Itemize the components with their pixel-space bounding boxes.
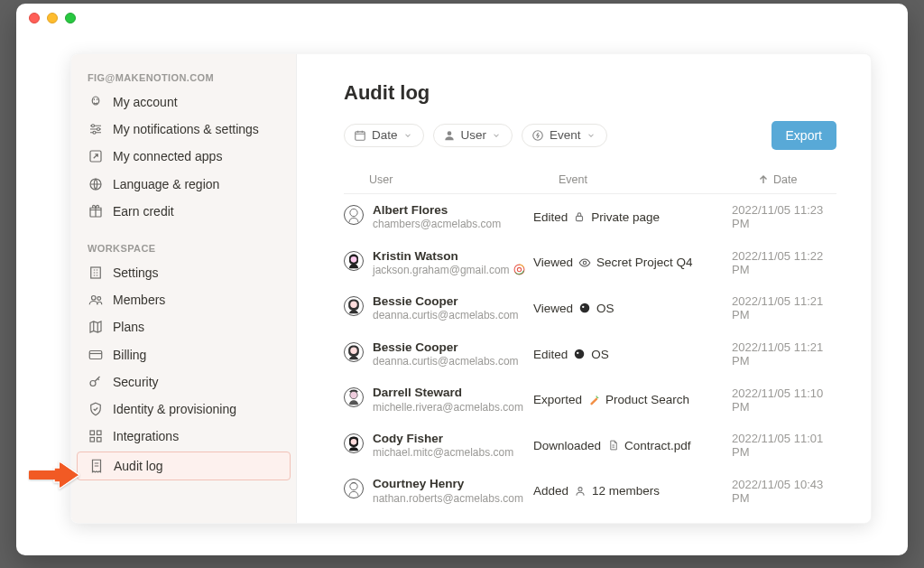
sidebar-item-members[interactable]: Members	[71, 286, 296, 313]
user-name: Cody Fisher	[373, 432, 513, 446]
user-cell: Darrell Steward michelle.rivera@acmelabs…	[344, 386, 533, 414]
event-verb: Edited	[533, 210, 568, 224]
chevron-down-icon	[492, 131, 501, 140]
event-verb: Exported	[533, 393, 582, 406]
chevron-down-icon	[587, 131, 596, 140]
table-row[interactable]: Cody Fisher michael.mitc@acmelabs.com Do…	[344, 423, 836, 469]
date-cell: 2022/11/05 11:23 PM	[732, 203, 836, 230]
sidebar-item-label: Earn credit	[113, 203, 174, 219]
traffic-lights	[29, 13, 76, 23]
avatar	[344, 342, 364, 362]
event-cell: Viewed OS	[533, 302, 732, 315]
close-dot[interactable]	[29, 13, 40, 23]
user-email: michelle.rivera@acmelabs.com	[373, 401, 523, 414]
avatar	[344, 205, 364, 225]
svg-point-26	[580, 303, 590, 313]
table-row[interactable]: Albert Flores chambers@acmelabs.com Edit…	[344, 194, 836, 240]
sidebar-item-security[interactable]: Security	[71, 368, 296, 396]
svg-rect-14	[90, 438, 95, 442]
sidebar-item-integrations[interactable]: Integrations	[71, 423, 296, 450]
user-name: Courtney Henry	[373, 477, 523, 491]
table-row[interactable]: Bessie Cooper deanna.curtis@acmelabs.com…	[344, 285, 836, 331]
page-title: Audit log	[344, 81, 836, 105]
filter-user[interactable]: User	[433, 124, 513, 147]
map-icon	[88, 319, 104, 335]
svg-point-21	[351, 256, 357, 263]
sidebar-item-earn-credit[interactable]: Earn credit	[71, 198, 296, 225]
zoom-dot[interactable]	[65, 13, 76, 23]
event-target: Contract.pdf	[624, 439, 691, 452]
sidebar-item-label: Members	[113, 292, 165, 308]
svg-point-17	[447, 131, 451, 135]
section-title: WORKSPACE	[71, 236, 296, 259]
blackdot-icon	[578, 302, 591, 314]
sidebar-item-plans[interactable]: Plans	[71, 313, 296, 340]
people-icon	[88, 292, 104, 308]
building-icon	[88, 265, 104, 281]
column-date-label: Date	[773, 173, 797, 186]
column-user[interactable]: User	[369, 173, 559, 186]
event-cell: Exported Product Search	[533, 393, 732, 406]
sidebar-item-identity-provisioning[interactable]: Identity & provisioning	[71, 396, 296, 423]
user-email: jackson.graham@gmail.com	[373, 264, 526, 276]
card-icon	[88, 347, 104, 363]
svg-point-25	[350, 302, 357, 309]
event-target: Private page	[591, 210, 660, 224]
grid-icon	[88, 428, 104, 444]
svg-point-1	[92, 125, 95, 127]
event-cell: Edited Private page	[533, 210, 732, 224]
google-icon	[513, 264, 526, 276]
table-row[interactable]: Bessie Cooper deanna.curtis@acmelabs.com…	[344, 331, 836, 377]
table-row[interactable]: Kristin Watson jackson.graham@gmail.com …	[344, 240, 836, 286]
svg-point-19	[350, 209, 357, 216]
user-email: deanna.curtis@acmelabs.com	[373, 355, 519, 368]
event-cell: Viewed Secret Project Q4	[533, 256, 732, 269]
calendar-icon	[354, 129, 366, 142]
table-row[interactable]: Darrell Steward michelle.rivera@acmelabs…	[344, 377, 836, 423]
user-email: deanna.curtis@acmelabs.com	[373, 309, 519, 321]
sidebar-item-my-connected-apps[interactable]: My connected apps	[71, 143, 296, 170]
eye-icon	[578, 256, 591, 269]
column-date[interactable]: Date	[757, 173, 836, 186]
user-email: michael.mitc@acmelabs.com	[373, 446, 513, 459]
user-cell: Bessie Cooper deanna.curtis@acmelabs.com	[344, 294, 533, 322]
svg-point-34	[578, 487, 582, 490]
table-row[interactable]: Courtney Henry nathan.roberts@acmelabs.c…	[344, 468, 836, 514]
sidebar-item-my-account[interactable]: My account	[71, 88, 296, 116]
event-cell: Added 12 members	[533, 484, 732, 498]
user-name: Kristin Watson	[373, 249, 526, 264]
user-cell: Kristin Watson jackson.graham@gmail.com	[344, 249, 533, 277]
export-button[interactable]: Export	[772, 121, 836, 150]
sidebar-item-audit-log[interactable]: Audit log	[77, 452, 291, 480]
sidebar-item-label: Language & region	[113, 176, 219, 192]
sidebar-item-settings[interactable]: Settings	[71, 259, 296, 286]
event-target: Secret Project Q4	[596, 256, 693, 269]
sidebar-item-language-region[interactable]: Language & region	[71, 171, 296, 198]
svg-point-11	[90, 380, 96, 386]
svg-point-33	[350, 483, 357, 490]
sidebar-item-billing[interactable]: Billing	[71, 341, 296, 368]
key-icon	[88, 374, 104, 390]
filter-event[interactable]: Event	[522, 124, 607, 147]
shield-icon	[88, 401, 104, 417]
date-cell: 2022/11/05 10:43 PM	[732, 478, 836, 505]
chevron-down-icon	[403, 131, 412, 140]
user-name: Albert Flores	[373, 203, 501, 218]
minimize-dot[interactable]	[47, 13, 58, 23]
event-cell: Edited OS	[533, 348, 732, 361]
svg-point-8	[92, 296, 97, 301]
external-icon	[88, 148, 104, 164]
sidebar-item-label: Integrations	[113, 428, 179, 444]
user-email: chambers@acmelabs.com	[373, 218, 501, 230]
svg-point-29	[575, 349, 585, 359]
svg-point-2	[97, 128, 100, 131]
sidebar-item-my-notifications-settings[interactable]: My notifications & settings	[71, 116, 296, 143]
filter-date[interactable]: Date	[344, 124, 424, 147]
svg-point-23	[517, 268, 521, 272]
date-cell: 2022/11/05 11:10 PM	[732, 386, 836, 414]
user-icon	[443, 129, 456, 142]
svg-point-27	[582, 306, 584, 308]
svg-rect-7	[91, 267, 101, 278]
column-event[interactable]: Event	[559, 173, 757, 186]
event-cell: Downloaded Contract.pdf	[533, 439, 732, 452]
